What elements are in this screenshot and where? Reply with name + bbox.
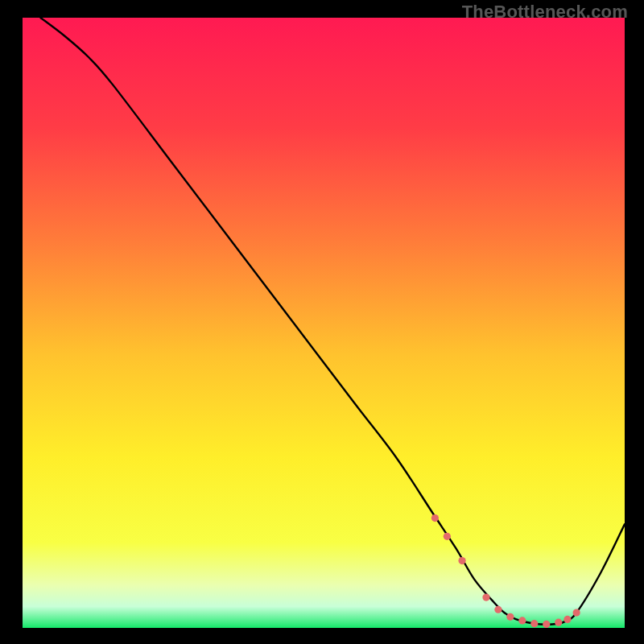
marker-dot <box>431 514 439 522</box>
marker-dot <box>506 613 514 621</box>
marker-dot <box>543 621 550 628</box>
bottleneck-chart <box>23 18 625 628</box>
marker-dot <box>530 620 538 627</box>
marker-dot <box>458 557 465 564</box>
marker-dot <box>482 594 489 601</box>
marker-dot <box>564 616 571 623</box>
marker-dot <box>573 609 580 616</box>
marker-dot <box>444 533 451 540</box>
marker-dot <box>518 617 526 624</box>
gradient-background <box>23 18 625 628</box>
marker-dot <box>555 619 562 626</box>
marker-dot <box>494 606 502 613</box>
watermark-text: TheBottleneck.com <box>462 2 628 23</box>
